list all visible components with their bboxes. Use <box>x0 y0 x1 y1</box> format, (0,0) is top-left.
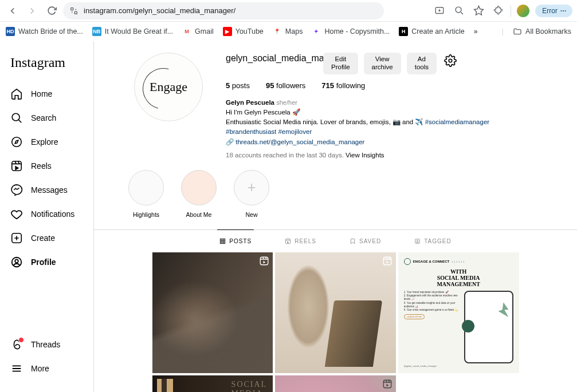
profile-picture[interactable]: Engage <box>134 53 203 121</box>
sidebar-item-explore[interactable]: Explore <box>6 130 88 154</box>
story-highlights: Highlights About Me +New <box>94 164 577 229</box>
svg-point-4 <box>561 10 562 11</box>
sidebar-item-search[interactable]: Search <box>6 106 88 130</box>
extensions-icon[interactable] <box>491 4 505 18</box>
search-icon <box>10 112 23 124</box>
sidebar-item-threads[interactable]: Threads <box>6 332 88 357</box>
bookmarks-overflow-icon[interactable]: » <box>474 27 478 35</box>
messenger-icon <box>10 184 23 196</box>
svg-rect-19 <box>383 257 391 265</box>
hashtag-link[interactable]: #brandenthusiast <box>226 128 276 135</box>
profile-header: Engage gelyn_social_media_manager Edit P… <box>94 41 577 164</box>
reel-icon <box>382 256 392 268</box>
plus-square-icon <box>10 232 23 244</box>
profile-icon <box>10 256 23 268</box>
bookmark-item[interactable]: ▶YouTube <box>223 27 264 36</box>
menu-icon <box>10 362 23 375</box>
svg-point-6 <box>565 10 566 11</box>
svg-rect-1 <box>74 11 77 14</box>
tab-tagged[interactable]: TAGGED <box>412 229 453 252</box>
svg-point-3 <box>456 7 461 13</box>
highlight-item[interactable]: Highlights <box>128 170 164 218</box>
post-thumbnail[interactable] <box>275 375 396 392</box>
reels-icon <box>10 160 23 172</box>
instagram-logo[interactable]: Instagram <box>6 53 88 82</box>
sidebar-item-messages[interactable]: Messages <box>6 178 88 202</box>
svg-point-13 <box>449 59 452 62</box>
install-app-icon[interactable] <box>433 4 446 18</box>
svg-point-7 <box>12 113 19 121</box>
svg-rect-14 <box>221 239 225 243</box>
zoom-icon[interactable] <box>452 4 466 18</box>
bookmark-star-icon[interactable] <box>472 4 485 18</box>
sidebar: Instagram Home Search Explore Reels Mess… <box>0 41 94 392</box>
tab-reels[interactable]: REELS <box>282 229 319 252</box>
ad-tools-button[interactable]: Ad tools <box>407 53 437 74</box>
address-bar[interactable]: instagram.com/gelyn_social_media_manager… <box>63 2 384 19</box>
site-settings-icon[interactable] <box>69 6 79 16</box>
bookmarks-bar: HDWatch Bride of the...NBIt Would Be Gre… <box>0 22 577 41</box>
profile-tabs: POSTS REELS SAVED TAGGED <box>94 229 577 252</box>
bookmark-item[interactable]: HCreate an Article <box>399 27 464 36</box>
link-icon: 🔗 <box>226 138 234 145</box>
posts-count: 5 posts <box>226 81 250 90</box>
tab-posts[interactable]: POSTS <box>217 229 254 252</box>
forward-button[interactable] <box>24 3 40 19</box>
sidebar-item-more[interactable]: More <box>6 357 88 381</box>
profile-username: gelyn_social_media_manager <box>226 53 317 64</box>
all-bookmarks-button[interactable]: All Bookmarks <box>513 27 571 36</box>
highlight-item[interactable]: About Me <box>181 170 217 218</box>
svg-rect-0 <box>71 7 73 10</box>
post-thumbnail[interactable]: ENGAGE & CONNECT :::::: WITH SOCIAL MEDI… <box>398 252 519 373</box>
sidebar-item-notifications[interactable]: Notifications <box>6 202 88 226</box>
reel-icon <box>382 379 392 391</box>
reload-button[interactable] <box>44 3 60 19</box>
view-insights-link[interactable]: View Insights <box>346 152 384 159</box>
instagram-app: Instagram Home Search Explore Reels Mess… <box>0 41 577 392</box>
edit-profile-button[interactable]: Edit Profile <box>323 53 358 74</box>
sidebar-item-create[interactable]: Create <box>6 226 88 250</box>
back-button[interactable] <box>5 3 21 19</box>
error-badge[interactable]: Error <box>535 5 572 17</box>
sidebar-item-profile[interactable]: Profile <box>6 250 88 274</box>
settings-gear-button[interactable] <box>442 53 458 69</box>
hashtag-link[interactable]: #socialmediamanager <box>425 118 490 125</box>
svg-rect-20 <box>383 380 391 388</box>
reel-icon <box>259 256 269 268</box>
highlight-new[interactable]: +New <box>234 170 269 218</box>
insights-text: 18 accounts reached in the last 30 days.… <box>226 152 554 159</box>
bookmark-item[interactable]: HDWatch Bride of the... <box>6 27 83 36</box>
sidebar-item-reels[interactable]: Reels <box>6 154 88 178</box>
post-thumbnail[interactable] <box>152 375 273 392</box>
browser-toolbar: instagram.com/gelyn_social_media_manager… <box>0 0 577 22</box>
profile-bio: Gelyn Pescuela she/her Hi I'm Gelyn Pesc… <box>226 98 554 147</box>
sidebar-item-home[interactable]: Home <box>6 82 88 106</box>
svg-rect-16 <box>415 239 419 243</box>
post-thumbnail[interactable] <box>275 252 396 373</box>
home-icon <box>10 88 23 100</box>
post-thumbnail[interactable] <box>152 252 273 373</box>
posts-grid: ENGAGE & CONNECT :::::: WITH SOCIAL MEDI… <box>129 252 542 392</box>
threads-icon <box>10 338 23 351</box>
bookmark-item[interactable]: 📍Maps <box>273 27 303 36</box>
following-count[interactable]: 715 following <box>321 81 365 90</box>
threads-link[interactable]: threads.net/@gelyn_social_media_manager <box>235 138 364 145</box>
svg-point-17 <box>417 240 418 241</box>
compass-icon <box>10 136 23 148</box>
svg-rect-18 <box>260 257 268 265</box>
svg-point-8 <box>12 137 22 147</box>
bookmark-item[interactable]: NBIt Would Be Great if... <box>92 27 173 36</box>
main-content: Engage gelyn_social_media_manager Edit P… <box>94 41 577 392</box>
view-archive-button[interactable]: View archive <box>364 53 401 74</box>
tab-saved[interactable]: SAVED <box>347 229 383 252</box>
bookmark-item[interactable]: MGmail <box>182 27 214 36</box>
heart-icon <box>10 208 23 220</box>
profile-avatar[interactable] <box>517 5 529 17</box>
hashtag-link[interactable]: #emojilover <box>276 128 312 135</box>
svg-point-12 <box>15 259 18 263</box>
svg-point-5 <box>563 10 564 11</box>
followers-count[interactable]: 95 followers <box>266 81 305 90</box>
profile-stats: 5 posts 95 followers 715 following <box>226 81 554 90</box>
bookmark-item[interactable]: ✦Home - Copysmith... <box>312 27 390 36</box>
url-text: instagram.com/gelyn_social_media_manager… <box>84 6 235 15</box>
